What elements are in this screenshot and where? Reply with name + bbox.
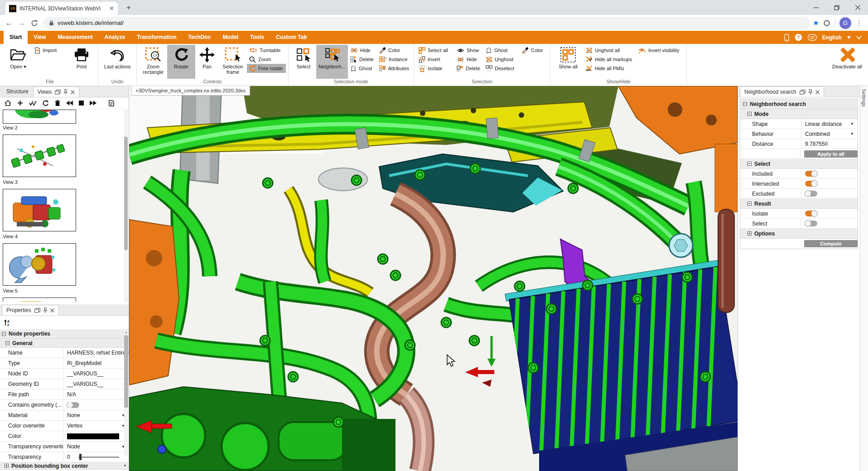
bookmark-star-icon[interactable]: ★ [813, 19, 819, 27]
delete-mode-button[interactable]: Delete [348, 55, 377, 64]
language-label[interactable]: English [822, 34, 842, 41]
close-panel-icon[interactable] [71, 90, 75, 94]
ribbon-tab-measurement[interactable]: Measurement [52, 31, 98, 44]
tab-properties[interactable]: Properties [2, 305, 59, 315]
material-dropdown[interactable]: None▼ [63, 412, 129, 418]
turntable-button[interactable]: Turntable [247, 46, 286, 55]
view-thumbnail-3[interactable] [3, 135, 76, 177]
hide-all-markups-button[interactable]: Hide all markups [583, 55, 636, 64]
view-thumbnail-5[interactable] [3, 243, 76, 286]
properties-scrollbar[interactable]: ▲ [124, 331, 128, 456]
color-overwrite-dropdown[interactable]: Vertex▼ [63, 423, 129, 429]
open-button[interactable]: Open ▾ [4, 45, 32, 79]
general-section-header[interactable]: General [0, 339, 129, 348]
collapse-icon[interactable] [747, 112, 752, 116]
node-properties-header[interactable]: Node properties [0, 329, 129, 339]
expand-icon[interactable] [5, 464, 9, 468]
unghost-all-button[interactable]: Unghost all [583, 46, 636, 55]
unghost-selection-button[interactable]: Unghost [483, 55, 520, 64]
ghost-mode-button[interactable]: Ghost [348, 64, 377, 73]
deactivate-all-button[interactable]: Deactivate all [830, 45, 864, 86]
pin-icon[interactable] [63, 89, 68, 95]
distance-input[interactable]: 9.787550 [801, 141, 858, 147]
intersected-toggle[interactable] [805, 181, 817, 187]
import-button[interactable]: Import [32, 46, 68, 55]
delete-view-icon[interactable] [55, 100, 60, 106]
sort-icon[interactable]: AZ [4, 319, 10, 327]
view-thumbnail-2[interactable] [3, 110, 76, 124]
tab-views[interactable]: Views [33, 87, 80, 97]
zoom-button[interactable]: Zoom [247, 55, 286, 64]
ribbon-tab-transformation[interactable]: Transformation [131, 31, 182, 44]
forward-icon[interactable]: → [15, 17, 28, 29]
contains-geometry-toggle[interactable] [67, 402, 79, 408]
ribbon-collapse-icon[interactable] [856, 36, 862, 39]
compute-button[interactable]: Compute [804, 240, 858, 247]
deselect-button[interactable]: Deselect [483, 64, 520, 73]
close-panel-icon[interactable] [50, 308, 54, 312]
tab-neighborhood-search[interactable]: Neighborhood search [740, 87, 824, 97]
tab-structure[interactable]: Structure [2, 86, 33, 97]
delete-selection-button[interactable]: Delete [454, 64, 483, 73]
position-bounding-box-header[interactable]: Position bounding box center ▼ [0, 462, 129, 470]
ribbon-tab-start[interactable]: Start [4, 31, 28, 44]
print-button[interactable]: Print [68, 45, 96, 79]
first-view-icon[interactable] [66, 101, 73, 106]
ribbon-tab-custom[interactable]: Custom Tab [270, 31, 313, 44]
window-minimize-button[interactable] [805, 0, 826, 15]
view-thumbnail-next-partial[interactable] [3, 298, 76, 302]
select-all-button[interactable]: Select all [416, 46, 454, 55]
view-report-icon[interactable] [109, 100, 114, 106]
stop-animation-icon[interactable] [79, 101, 84, 106]
hide-all-pmis-button[interactable]: PMI Hide all PMIs [583, 64, 636, 73]
included-toggle[interactable] [805, 171, 817, 177]
profile-avatar[interactable]: G [839, 17, 851, 29]
invert-visibility-button[interactable]: Invert visibility [636, 46, 684, 55]
mode-section-header[interactable]: Mode [740, 109, 858, 119]
select-section-header[interactable]: Select [740, 159, 858, 169]
pin-icon[interactable] [808, 89, 813, 95]
collapse-icon[interactable] [747, 202, 752, 206]
free-rotate-button[interactable]: Free rotate [247, 64, 286, 73]
add-view-icon[interactable] [17, 100, 23, 106]
hide-mode-button[interactable]: Hide [348, 46, 377, 55]
home-view-icon[interactable] [5, 100, 11, 106]
view-label[interactable]: View 4 [3, 234, 18, 239]
view-label[interactable]: View 5 [3, 288, 18, 293]
color-selection-button[interactable]: Color [520, 46, 548, 55]
pin-icon[interactable] [43, 308, 48, 313]
excluded-toggle[interactable] [805, 191, 817, 197]
close-panel-icon[interactable] [815, 90, 820, 94]
last-actions-button[interactable]: Last actions [101, 45, 134, 79]
color-mode-button[interactable]: Color [377, 46, 411, 55]
browser-tab[interactable]: VS INTERNAL 3DViewStation WebVi ✕ [5, 2, 118, 15]
zoom-rectangle-button[interactable]: Zoom rectangle [139, 45, 167, 79]
float-panel-icon[interactable] [34, 308, 40, 313]
3d-viewport-scene[interactable] [129, 86, 738, 471]
float-panel-icon[interactable] [55, 90, 61, 95]
reload-icon[interactable] [28, 17, 41, 29]
view-label[interactable]: View 2 [3, 125, 18, 130]
invert-selection-button[interactable]: Invert [416, 55, 454, 64]
result-section-header[interactable]: Result [740, 199, 858, 209]
ribbon-tab-analyze[interactable]: Analyze [99, 31, 131, 44]
settings-tab[interactable]: Settings [861, 89, 867, 107]
expand-icon[interactable] [747, 231, 752, 236]
collapse-icon[interactable] [5, 341, 10, 345]
window-restore-button[interactable] [826, 0, 847, 15]
extension-icon[interactable] [824, 20, 830, 26]
ribbon-tab-view[interactable]: View [28, 31, 52, 44]
url-bar[interactable]: vsweb.kisters.de/internal/ [43, 17, 810, 29]
rotate-button[interactable]: Rotate [167, 45, 195, 79]
instance-mode-button[interactable]: Δ Instance [377, 55, 411, 64]
view-thumbnail-4[interactable] [3, 189, 76, 231]
color-swatch[interactable] [67, 433, 119, 439]
update-views-icon[interactable] [29, 101, 37, 106]
transparency-overwrite-dropdown[interactable]: Node▼ [63, 443, 129, 450]
shape-dropdown[interactable]: Linear distance▼ [801, 121, 858, 127]
show-selection-button[interactable]: Show [454, 46, 483, 55]
views-scrollbar-thumb[interactable] [124, 137, 128, 250]
select-mode-button[interactable]: Select [291, 45, 316, 79]
neighborhood-root-header[interactable]: Neighborhood search [740, 99, 858, 109]
refresh-view-icon[interactable] [43, 100, 49, 106]
